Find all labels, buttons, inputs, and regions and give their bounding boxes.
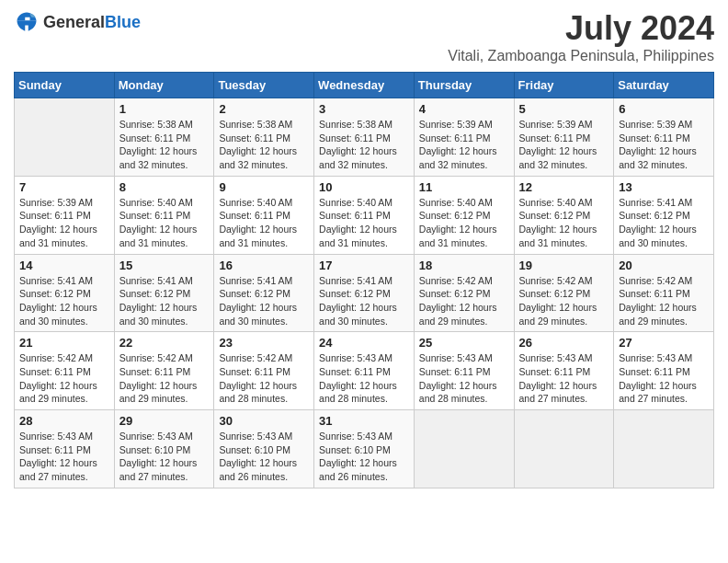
day-number: 25 [419,336,509,350]
day-info: Sunrise: 5:43 AM Sunset: 6:10 PM Dayligh… [119,430,210,484]
day-info: Sunrise: 5:40 AM Sunset: 6:12 PM Dayligh… [419,196,509,250]
day-number: 15 [119,259,210,272]
calendar-cell: 26Sunrise: 5:43 AM Sunset: 6:11 PM Dayli… [514,332,614,410]
day-info: Sunrise: 5:38 AM Sunset: 6:11 PM Dayligh… [319,118,409,172]
calendar-cell: 19Sunrise: 5:42 AM Sunset: 6:12 PM Dayli… [514,254,614,332]
day-number: 31 [319,414,409,428]
day-number: 2 [219,102,309,116]
calendar-week-row: 7Sunrise: 5:39 AM Sunset: 6:11 PM Daylig… [15,176,714,254]
day-info: Sunrise: 5:40 AM Sunset: 6:12 PM Dayligh… [519,196,609,250]
calendar-cell [414,410,514,488]
day-header-wednesday: Wednesday [314,73,415,98]
day-info: Sunrise: 5:39 AM Sunset: 6:11 PM Dayligh… [519,118,609,172]
calendar-week-row: 14Sunrise: 5:41 AM Sunset: 6:12 PM Dayli… [15,254,714,332]
calendar-cell: 17Sunrise: 5:41 AM Sunset: 6:12 PM Dayli… [314,254,415,332]
calendar-table: SundayMondayTuesdayWednesdayThursdayFrid… [14,72,714,488]
calendar-cell: 1Sunrise: 5:38 AM Sunset: 6:11 PM Daylig… [114,98,214,177]
logo-text: GeneralBlue [43,13,141,32]
calendar-cell: 25Sunrise: 5:43 AM Sunset: 6:11 PM Dayli… [414,332,514,410]
logo-general: General [43,13,105,31]
calendar-cell: 30Sunrise: 5:43 AM Sunset: 6:10 PM Dayli… [214,410,314,488]
day-number: 8 [119,180,210,194]
day-info: Sunrise: 5:41 AM Sunset: 6:12 PM Dayligh… [319,274,409,328]
subtitle: Vitali, Zamboanga Peninsula, Philippines [448,48,714,64]
day-header-monday: Monday [114,73,214,98]
day-info: Sunrise: 5:42 AM Sunset: 6:12 PM Dayligh… [519,274,609,328]
day-number: 18 [419,259,509,272]
day-number: 12 [519,180,609,194]
day-header-sunday: Sunday [15,73,115,98]
day-info: Sunrise: 5:42 AM Sunset: 6:12 PM Dayligh… [419,274,509,328]
logo-icon [14,9,40,35]
calendar-cell: 3Sunrise: 5:38 AM Sunset: 6:11 PM Daylig… [314,98,415,177]
day-info: Sunrise: 5:41 AM Sunset: 6:12 PM Dayligh… [119,274,210,328]
day-header-tuesday: Tuesday [214,73,314,98]
day-info: Sunrise: 5:40 AM Sunset: 6:11 PM Dayligh… [219,196,309,250]
calendar-cell: 10Sunrise: 5:40 AM Sunset: 6:11 PM Dayli… [314,176,415,254]
calendar-cell [614,410,714,488]
day-number: 6 [619,102,709,116]
day-info: Sunrise: 5:39 AM Sunset: 6:11 PM Dayligh… [619,118,709,172]
day-info: Sunrise: 5:41 AM Sunset: 6:12 PM Dayligh… [619,196,709,250]
day-info: Sunrise: 5:38 AM Sunset: 6:11 PM Dayligh… [119,118,210,172]
day-number: 9 [219,180,309,194]
day-info: Sunrise: 5:43 AM Sunset: 6:11 PM Dayligh… [19,430,109,484]
calendar-cell: 5Sunrise: 5:39 AM Sunset: 6:11 PM Daylig… [514,98,614,177]
day-number: 26 [519,336,609,350]
day-number: 1 [119,102,210,116]
day-info: Sunrise: 5:39 AM Sunset: 6:11 PM Dayligh… [19,196,109,250]
day-number: 13 [619,180,709,194]
day-info: Sunrise: 5:42 AM Sunset: 6:11 PM Dayligh… [19,351,109,406]
calendar-cell: 23Sunrise: 5:42 AM Sunset: 6:11 PM Dayli… [214,332,314,410]
day-header-thursday: Thursday [414,73,514,98]
logo: GeneralBlue [14,9,141,35]
calendar-header-row: SundayMondayTuesdayWednesdayThursdayFrid… [15,73,714,98]
calendar-cell: 6Sunrise: 5:39 AM Sunset: 6:11 PM Daylig… [614,98,714,177]
day-number: 22 [119,336,210,350]
day-number: 3 [319,102,409,116]
day-info: Sunrise: 5:42 AM Sunset: 6:11 PM Dayligh… [619,274,709,328]
day-info: Sunrise: 5:39 AM Sunset: 6:11 PM Dayligh… [419,118,509,172]
day-info: Sunrise: 5:41 AM Sunset: 6:12 PM Dayligh… [219,274,309,328]
day-header-saturday: Saturday [614,73,714,98]
calendar-cell: 24Sunrise: 5:43 AM Sunset: 6:11 PM Dayli… [314,332,415,410]
day-number: 7 [19,180,109,194]
calendar-cell: 29Sunrise: 5:43 AM Sunset: 6:10 PM Dayli… [114,410,214,488]
day-info: Sunrise: 5:43 AM Sunset: 6:11 PM Dayligh… [419,351,509,406]
calendar-cell: 31Sunrise: 5:43 AM Sunset: 6:10 PM Dayli… [314,410,415,488]
day-number: 30 [219,414,309,428]
day-number: 28 [19,414,109,428]
day-info: Sunrise: 5:42 AM Sunset: 6:11 PM Dayligh… [219,351,309,406]
day-info: Sunrise: 5:40 AM Sunset: 6:11 PM Dayligh… [319,196,409,250]
calendar-cell: 8Sunrise: 5:40 AM Sunset: 6:11 PM Daylig… [114,176,214,254]
day-info: Sunrise: 5:40 AM Sunset: 6:11 PM Dayligh… [119,196,210,250]
day-info: Sunrise: 5:43 AM Sunset: 6:10 PM Dayligh… [219,430,309,484]
logo-blue: Blue [105,13,141,31]
title-area: July 2024 Vitali, Zamboanga Peninsula, P… [448,9,714,64]
calendar-cell: 13Sunrise: 5:41 AM Sunset: 6:12 PM Dayli… [614,176,714,254]
day-number: 16 [219,259,309,272]
calendar-cell: 22Sunrise: 5:42 AM Sunset: 6:11 PM Dayli… [114,332,214,410]
day-number: 23 [219,336,309,350]
calendar-week-row: 28Sunrise: 5:43 AM Sunset: 6:11 PM Dayli… [15,410,714,488]
day-number: 14 [19,259,109,272]
day-number: 5 [519,102,609,116]
day-number: 17 [319,259,409,272]
calendar-week-row: 1Sunrise: 5:38 AM Sunset: 6:11 PM Daylig… [15,98,714,177]
day-info: Sunrise: 5:43 AM Sunset: 6:11 PM Dayligh… [619,351,709,406]
calendar-cell: 20Sunrise: 5:42 AM Sunset: 6:11 PM Dayli… [614,254,714,332]
day-number: 10 [319,180,409,194]
day-info: Sunrise: 5:43 AM Sunset: 6:11 PM Dayligh… [319,351,409,406]
day-info: Sunrise: 5:41 AM Sunset: 6:12 PM Dayligh… [19,274,109,328]
calendar-cell [514,410,614,488]
calendar-cell [15,98,115,177]
day-info: Sunrise: 5:38 AM Sunset: 6:11 PM Dayligh… [219,118,309,172]
calendar-cell: 12Sunrise: 5:40 AM Sunset: 6:12 PM Dayli… [514,176,614,254]
day-info: Sunrise: 5:42 AM Sunset: 6:11 PM Dayligh… [119,351,210,406]
header: GeneralBlue July 2024 Vitali, Zamboanga … [14,9,714,64]
calendar-cell: 15Sunrise: 5:41 AM Sunset: 6:12 PM Dayli… [114,254,214,332]
day-info: Sunrise: 5:43 AM Sunset: 6:11 PM Dayligh… [519,351,609,406]
day-info: Sunrise: 5:43 AM Sunset: 6:10 PM Dayligh… [319,430,409,484]
calendar-cell: 14Sunrise: 5:41 AM Sunset: 6:12 PM Dayli… [15,254,115,332]
calendar-cell: 4Sunrise: 5:39 AM Sunset: 6:11 PM Daylig… [414,98,514,177]
